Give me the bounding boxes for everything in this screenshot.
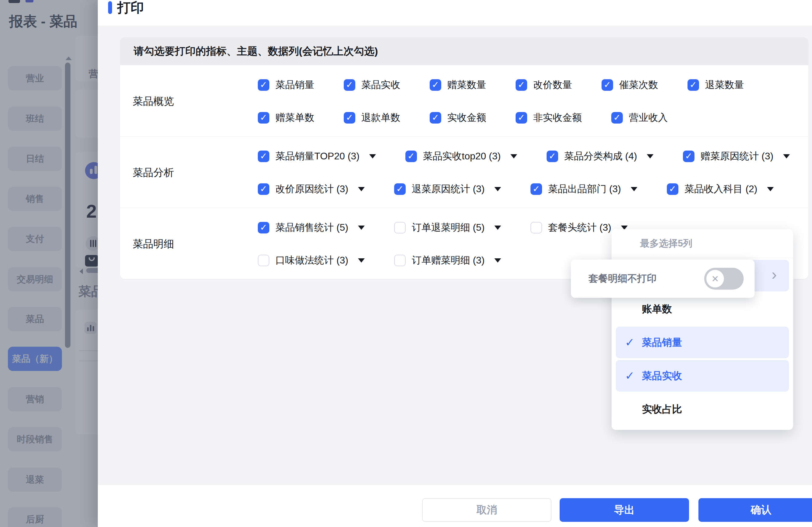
checked-checkbox[interactable]: ✓ (430, 79, 441, 91)
checkbox-item[interactable]: ✓赠菜原因统计 (3) (683, 150, 790, 163)
dropdown-arrow-icon[interactable] (783, 154, 790, 159)
checkbox-row: ✓改价原因统计 (3)✓退菜原因统计 (3)✓菜品出品部门 (3)✓菜品收入科目… (258, 178, 808, 200)
section-label: 菜品概览 (133, 74, 258, 128)
checked-checkbox[interactable]: ✓ (258, 79, 269, 91)
checkbox-item[interactable]: ✓改价数量 (516, 78, 572, 92)
dropdown-arrow-icon[interactable] (647, 154, 653, 159)
checkbox-item[interactable]: ✓菜品收入科目 (2) (667, 182, 774, 196)
checkbox-item[interactable]: ✓实收金额 (430, 111, 486, 125)
dropdown-arrow-icon[interactable] (494, 258, 501, 263)
column-option[interactable]: 实收占比 (616, 393, 789, 425)
checkbox-row: ✓菜品销量TOP20 (3)✓菜品实收top20 (3)✓菜品分类构成 (4)✓… (258, 146, 808, 167)
checkbox-label: 菜品销量TOP20 (3) (275, 150, 360, 163)
checked-checkbox[interactable]: ✓ (683, 150, 695, 162)
column-option[interactable]: ✓菜品销量 (616, 327, 789, 358)
checkbox-label: 菜品收入科目 (2) (684, 182, 757, 196)
checkbox-item[interactable]: ✓菜品销售统计 (5) (258, 221, 365, 234)
checked-checkbox[interactable]: ✓ (601, 79, 613, 91)
checkbox-label: 赠菜原因统计 (3) (700, 150, 773, 163)
check-icon: ✓ (346, 113, 353, 122)
checkbox-item[interactable]: ✓菜品销量TOP20 (3) (258, 150, 376, 163)
check-icon: ✓ (685, 152, 692, 161)
checkbox-label: 退菜原因统计 (3) (412, 182, 485, 196)
checkbox-item[interactable]: ✓非实收金额 (516, 111, 582, 125)
checkbox-item[interactable]: ✓菜品实收 (344, 78, 400, 92)
cancel-button[interactable]: 取消 (422, 498, 551, 522)
checkbox-item[interactable]: ✓赠菜单数 (258, 111, 314, 125)
unchecked-checkbox[interactable] (394, 222, 406, 233)
checked-checkbox[interactable]: ✓ (531, 184, 542, 195)
column-option[interactable]: 账单数 (616, 293, 789, 325)
checkbox-item[interactable]: ✓菜品销量 (258, 78, 314, 92)
checkbox-label: 订单赠菜明细 (3) (412, 254, 485, 267)
checked-checkbox[interactable]: ✓ (430, 112, 441, 123)
checkbox-label: 菜品出品部门 (3) (548, 182, 621, 196)
checkbox-label: 赠菜数量 (447, 78, 486, 92)
checkbox-item[interactable]: ✓退菜原因统计 (3) (394, 182, 501, 196)
checked-checkbox[interactable]: ✓ (516, 79, 527, 91)
checked-checkbox[interactable]: ✓ (258, 184, 269, 195)
checked-checkbox[interactable]: ✓ (258, 150, 269, 162)
checkbox-item[interactable]: 订单赠菜明细 (3) (394, 254, 501, 267)
checked-checkbox[interactable]: ✓ (667, 184, 678, 195)
checked-checkbox[interactable]: ✓ (394, 184, 406, 195)
check-icon: ✓ (260, 185, 267, 193)
dropdown-arrow-icon[interactable] (358, 187, 365, 191)
chevron-right-icon: › (772, 265, 777, 283)
export-button[interactable]: 导出 (560, 498, 689, 522)
column-picker-hint: 最多选择5列 (612, 229, 793, 258)
checkbox-label: 菜品实收 (361, 78, 400, 92)
dropdown-arrow-icon[interactable] (767, 187, 774, 191)
dropdown-arrow-icon[interactable] (358, 225, 365, 230)
section-label: 菜品分析 (133, 146, 258, 200)
checkbox-item[interactable]: ✓赠菜数量 (430, 78, 486, 92)
checkbox-item[interactable]: ✓改价原因统计 (3) (258, 182, 365, 196)
checked-checkbox[interactable]: ✓ (344, 79, 355, 91)
check-icon: ✓ (260, 113, 267, 122)
checkbox-label: 菜品分类构成 (4) (564, 150, 637, 163)
checkbox-item[interactable]: ✓菜品出品部门 (3) (531, 182, 637, 196)
checkbox-item[interactable]: 口味做法统计 (3) (258, 254, 365, 267)
checkbox-item[interactable]: ✓菜品实收top20 (3) (405, 150, 517, 163)
dropdown-arrow-icon[interactable] (358, 258, 365, 263)
checked-checkbox[interactable]: ✓ (547, 150, 558, 162)
dropdown-arrow-icon[interactable] (631, 187, 637, 191)
checkbox-item[interactable]: ✓菜品分类构成 (4) (547, 150, 653, 163)
checked-checkbox[interactable]: ✓ (687, 79, 699, 91)
check-icon: ✓ (616, 336, 642, 349)
checkbox-item[interactable]: ✓退款单数 (344, 111, 400, 125)
dropdown-arrow-icon[interactable] (494, 225, 501, 230)
dropdown-arrow-icon[interactable] (510, 154, 517, 159)
column-option-label: 实收占比 (642, 402, 682, 416)
dropdown-arrow-icon[interactable] (369, 154, 376, 159)
checked-checkbox[interactable]: ✓ (405, 150, 417, 162)
dialog-title: 打印 (117, 0, 144, 17)
checked-checkbox[interactable]: ✓ (258, 112, 269, 123)
check-icon: ✓ (690, 80, 697, 89)
checkbox-row: ✓菜品销量✓菜品实收✓赠菜数量✓改价数量✓催菜次数✓退菜数量 (258, 74, 808, 96)
checked-checkbox[interactable]: ✓ (258, 222, 269, 233)
combo-detail-toggle[interactable]: ✕ (704, 268, 744, 290)
unchecked-checkbox[interactable] (258, 255, 269, 266)
checkbox-item[interactable]: ✓催菜次数 (601, 78, 658, 92)
check-icon: ✓ (260, 80, 267, 89)
dropdown-arrow-icon[interactable] (494, 187, 501, 191)
checked-checkbox[interactable]: ✓ (516, 112, 527, 123)
check-icon: ✓ (518, 113, 525, 122)
section: 菜品分析✓菜品销量TOP20 (3)✓菜品实收top20 (3)✓菜品分类构成 … (120, 136, 808, 208)
checkbox-item[interactable]: 订单退菜明细 (5) (394, 221, 501, 234)
checked-checkbox[interactable]: ✓ (344, 112, 355, 123)
unchecked-checkbox[interactable] (394, 255, 406, 266)
checkbox-item[interactable]: ✓营业收入 (611, 111, 668, 125)
checkbox-label: 非实收金额 (533, 111, 582, 125)
column-option[interactable]: ✓菜品实收 (616, 360, 789, 392)
checkbox-label: 营业收入 (629, 111, 668, 125)
unchecked-checkbox[interactable] (531, 222, 542, 233)
checkbox-label: 赠菜单数 (275, 111, 314, 125)
checkbox-item[interactable]: ✓退菜数量 (687, 78, 744, 92)
checkbox-label: 改价原因统计 (3) (275, 182, 348, 196)
checkbox-label: 口味做法统计 (3) (275, 254, 348, 267)
confirm-button[interactable]: 确认 (698, 498, 812, 522)
checked-checkbox[interactable]: ✓ (611, 112, 623, 123)
check-icon: ✓ (616, 369, 642, 382)
